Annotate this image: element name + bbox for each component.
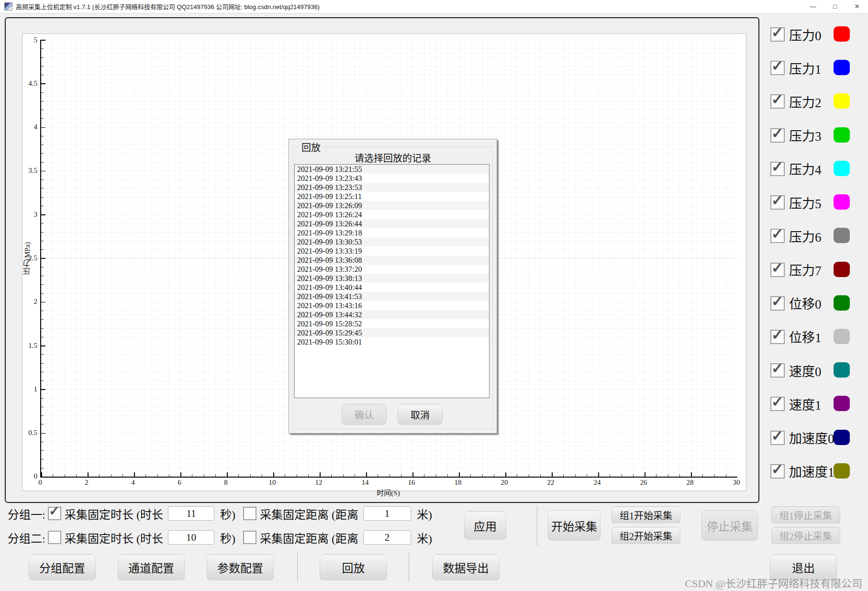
playback-button[interactable]: 回放 [320, 554, 387, 580]
channel-row: 速度1 [770, 394, 864, 413]
channel-checkbox[interactable] [770, 263, 785, 277]
record-list-item[interactable]: 2021-09-09 15:28:52 [295, 319, 489, 328]
channel-label: 压力0 [789, 25, 822, 44]
channel-checkbox[interactable] [770, 330, 785, 344]
fixed-distance-checkbox[interactable] [243, 507, 256, 520]
channel-checkbox[interactable] [770, 431, 785, 445]
app-icon [4, 2, 12, 11]
channel-color-swatch [834, 93, 850, 109]
channel-row: 压力1 [770, 58, 864, 78]
maximize-icon[interactable]: □ [824, 0, 846, 13]
channel-checkbox[interactable] [770, 61, 785, 75]
channel-label: 压力7 [789, 260, 822, 279]
channel-label: 加速度0 [789, 428, 835, 447]
csdn-watermark: CSDN @长沙红胖子网络科技有限公司 [685, 575, 862, 590]
record-list-item[interactable]: 2021-09-09 13:37:20 [295, 265, 489, 274]
record-list-item[interactable]: 2021-09-09 13:26:44 [295, 219, 489, 228]
channel-color-swatch [834, 161, 850, 176]
stop-capture-button[interactable]: 停止采集 [701, 510, 758, 541]
channel-color-swatch [834, 262, 850, 277]
channel-row: 压力0 [770, 25, 864, 44]
y-axis-major-ticks [41, 40, 45, 477]
grouping-row: 分组一: 采集固定时长 (时长 11 秒) 采集固定距离 (距离 1 米) [8, 505, 438, 522]
record-list-item[interactable]: 2021-09-09 15:29:45 [295, 328, 489, 337]
channel-color-swatch [834, 295, 850, 311]
channel-label: 压力1 [789, 59, 822, 78]
fixed-distance-checkbox[interactable] [243, 531, 256, 544]
channel-label: 压力5 [789, 193, 822, 212]
channel-row: 压力3 [770, 126, 864, 145]
duration-input[interactable]: 11 [168, 506, 214, 521]
channel-checkbox[interactable] [770, 94, 785, 109]
channel-label: 压力4 [789, 159, 822, 178]
playback-dialog: 回放 请选择回放的记录 2021-09-09 13:21:552021-09-0… [289, 139, 497, 434]
channel-config-button[interactable]: 通道配置 [118, 554, 185, 580]
divider [409, 553, 409, 581]
group1-start-button[interactable]: 组1开始采集 [612, 506, 680, 524]
channel-label: 压力6 [789, 227, 822, 245]
distance-input[interactable]: 1 [363, 506, 411, 521]
distance-input[interactable]: 2 [363, 530, 411, 545]
channel-label: 加速度1 [789, 462, 835, 480]
minimize-icon[interactable]: — [802, 0, 824, 13]
start-capture-button[interactable]: 开始采集 [548, 510, 601, 541]
channel-row: 位移1 [770, 327, 864, 346]
close-icon[interactable]: ✕ [846, 0, 868, 13]
record-list-item[interactable]: 2021-09-09 13:26:09 [295, 201, 489, 210]
record-list-item[interactable]: 2021-09-09 13:40:44 [295, 283, 489, 292]
record-list-item[interactable]: 2021-09-09 13:33:19 [295, 246, 489, 256]
channel-row: 加速度1 [770, 462, 864, 481]
duration-input[interactable]: 10 [168, 530, 214, 545]
group1-stop-button[interactable]: 组1停止采集 [771, 506, 840, 524]
channel-row: 压力4 [770, 159, 864, 178]
divider [297, 553, 298, 581]
fixed-duration-checkbox[interactable] [48, 531, 61, 544]
record-list-item[interactable]: 2021-09-09 13:29:18 [295, 228, 489, 237]
confirm-button[interactable]: 确认 [342, 404, 387, 425]
channel-sidebar: 压力0 压力1 压力2 压力3 压力4 压力5 压力6 压力7 位移0 位移1 [770, 25, 864, 481]
duration-unit-label: 秒) [220, 529, 235, 546]
channel-row: 速度0 [770, 361, 864, 380]
group2-stop-button[interactable]: 组2停止采集 [771, 527, 840, 544]
group2-start-button[interactable]: 组2开始采集 [612, 527, 680, 544]
record-list-item[interactable]: 2021-09-09 13:41:53 [295, 292, 489, 301]
channel-checkbox[interactable] [770, 195, 785, 210]
grouping-row: 分组二: 采集固定时长 (时长 10 秒) 采集固定距离 (距离 2 米) [8, 529, 438, 546]
channel-checkbox[interactable] [770, 128, 785, 143]
record-list-item[interactable]: 2021-09-09 13:25:11 [295, 192, 489, 201]
apply-button[interactable]: 应用 [464, 511, 506, 540]
record-list-item[interactable]: 2021-09-09 13:43:16 [295, 301, 489, 310]
cancel-button[interactable]: 取消 [398, 404, 443, 425]
channel-checkbox[interactable] [770, 229, 785, 243]
record-list[interactable]: 2021-09-09 13:21:552021-09-09 13:23:4320… [294, 164, 490, 398]
record-list-item[interactable]: 2021-09-09 13:26:24 [295, 210, 489, 219]
record-list-item[interactable]: 2021-09-09 15:30:01 [295, 337, 489, 346]
x-axis-title: 时间(S) [40, 487, 736, 497]
record-list-item[interactable]: 2021-09-09 13:23:53 [295, 183, 489, 192]
record-list-item[interactable]: 2021-09-09 13:38:13 [295, 274, 489, 283]
channel-checkbox[interactable] [770, 27, 785, 42]
record-list-item[interactable]: 2021-09-09 13:30:53 [295, 237, 489, 246]
group-config-button[interactable]: 分组配置 [29, 554, 96, 580]
record-list-item[interactable]: 2021-09-09 13:36:08 [295, 256, 489, 265]
channel-color-swatch [834, 396, 850, 411]
record-list-item[interactable]: 2021-09-09 13:44:32 [295, 310, 489, 319]
channel-label: 速度0 [789, 361, 822, 380]
distance-unit-label: 米) [417, 529, 432, 546]
channel-checkbox[interactable] [770, 363, 785, 378]
fixed-duration-label: 采集固定时长 (时长 [65, 505, 163, 522]
channel-color-swatch [834, 26, 850, 42]
channel-checkbox[interactable] [770, 162, 785, 176]
channel-checkbox[interactable] [770, 464, 785, 479]
channel-checkbox[interactable] [770, 296, 785, 311]
channel-color-swatch [834, 228, 850, 243]
fixed-duration-label: 采集固定时长 (时长 [65, 529, 163, 546]
record-list-item[interactable]: 2021-09-09 13:23:43 [295, 174, 489, 183]
channel-color-swatch [834, 430, 850, 445]
y-axis-title: 压力(MPa) [23, 40, 31, 477]
channel-checkbox[interactable] [770, 397, 785, 411]
export-button[interactable]: 数据导出 [432, 554, 500, 580]
record-list-item[interactable]: 2021-09-09 13:21:55 [295, 165, 489, 174]
fixed-duration-checkbox[interactable] [48, 507, 61, 520]
param-config-button[interactable]: 参数配置 [207, 554, 274, 580]
